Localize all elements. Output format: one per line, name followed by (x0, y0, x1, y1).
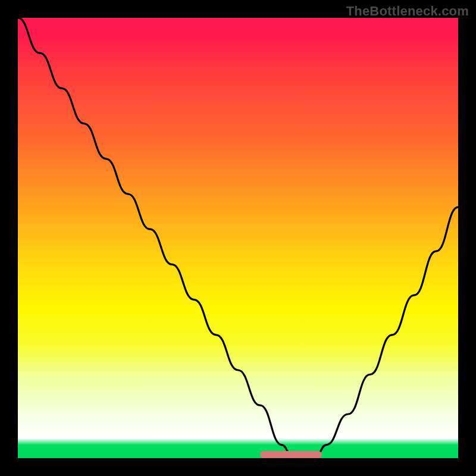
plot-area (18, 18, 458, 458)
bottleneck-curve (18, 18, 458, 456)
chart-frame: TheBottleneck.com (0, 0, 476, 476)
curve-layer (18, 18, 458, 458)
watermark-text: TheBottleneck.com (346, 4, 469, 19)
optimum-marker (260, 451, 322, 458)
